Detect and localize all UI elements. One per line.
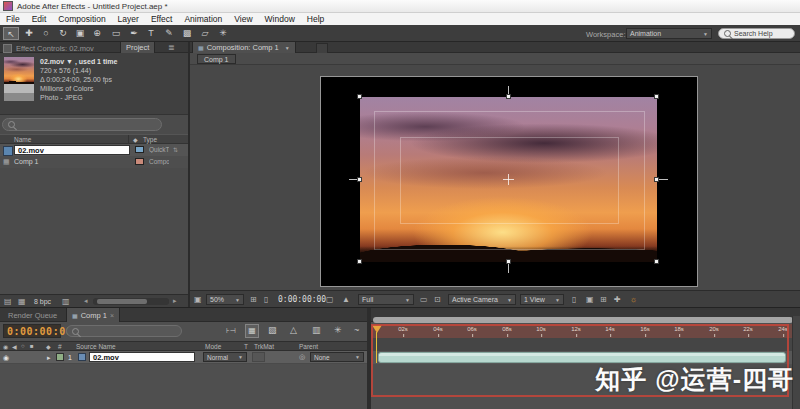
puppet-pin-tool-icon[interactable]: ✳	[215, 27, 231, 40]
grid-guides-icon[interactable]: ⊞	[250, 295, 257, 304]
menu-window[interactable]: Window	[265, 14, 295, 24]
type-column-header[interactable]: Type	[143, 136, 157, 143]
h-scrollbar-track[interactable]	[93, 298, 169, 305]
source-name-column-header[interactable]: Source Name	[76, 343, 116, 350]
label-column-icon[interactable]: ◆	[46, 343, 51, 350]
label-column-icon[interactable]: ◆	[133, 136, 138, 143]
scrollbar-left-icon[interactable]: ◂	[84, 297, 88, 305]
close-icon[interactable]: ×	[110, 312, 114, 319]
navigator-bar[interactable]	[373, 317, 793, 323]
transparency-grid-icon[interactable]: ⊡	[434, 295, 441, 304]
type-tool-icon[interactable]: T	[143, 27, 159, 40]
project-item-name[interactable]: 02.mov	[14, 145, 130, 155]
name-column-header[interactable]: Name	[14, 136, 31, 143]
flowchart-button-icon[interactable]: ✚	[614, 295, 621, 304]
camera-select[interactable]: Active Camera ▼	[448, 294, 516, 305]
fast-previews-icon[interactable]: ▣	[586, 295, 594, 304]
handle-bottom-left[interactable]	[357, 259, 362, 264]
layer-label-chip[interactable]	[56, 353, 64, 361]
live-update-icon[interactable]: ▦	[245, 324, 259, 338]
solo-column-icon[interactable]: ○	[21, 343, 25, 349]
scroll-arrows-icon[interactable]: ⇅	[173, 146, 178, 153]
handle-mid-right[interactable]	[654, 177, 659, 182]
frame-blend-icon[interactable]: ▥	[312, 326, 321, 335]
graph-editor-icon[interactable]: ~	[354, 326, 359, 335]
magnification-select[interactable]: 50% ▼	[206, 294, 244, 305]
help-search-input[interactable]: Search Help	[718, 28, 795, 39]
tab-effect-controls[interactable]: Effect Controls: 02.mov	[16, 44, 94, 53]
draft-3d-icon[interactable]: ▧	[268, 326, 277, 335]
rotation-tool-icon[interactable]: ↻	[55, 27, 71, 40]
bit-depth-label[interactable]: 8 bpc	[34, 298, 51, 305]
mask-shape-tool-icon[interactable]: ▭	[108, 27, 124, 40]
timeline-button-icon[interactable]: ⊞	[600, 295, 607, 304]
new-folder-icon[interactable]: ▦	[18, 297, 26, 306]
in-out-icon[interactable]: ⊦⊣	[226, 327, 236, 334]
brush-tool-icon[interactable]: ✎	[161, 27, 177, 40]
tab-composition[interactable]: ▦ Composition: Comp 1 ▼	[192, 42, 296, 53]
tab-timeline-comp1[interactable]: ▦ Comp 1 ×	[66, 308, 120, 322]
comp-timecode[interactable]: 0:00:00:00	[278, 295, 326, 304]
tab-render-queue[interactable]: Render Queue	[8, 311, 57, 320]
audio-column-icon[interactable]: ◀	[12, 343, 17, 350]
menu-composition[interactable]: Composition	[58, 14, 105, 24]
trash-icon[interactable]: ▥	[62, 297, 70, 306]
label-swatch[interactable]	[135, 146, 144, 153]
resolution-select[interactable]: Full ▼	[358, 294, 414, 305]
lock-column-icon[interactable]: ■	[30, 343, 34, 349]
video-column-icon[interactable]: ◉	[3, 343, 8, 350]
channel-alpha-icon[interactable]: ▲	[342, 295, 350, 304]
hand-tool-icon[interactable]: ✚	[21, 27, 37, 40]
handle-bottom-center[interactable]	[506, 259, 511, 264]
tab-project[interactable]: Project	[120, 42, 155, 53]
project-item-name[interactable]: Comp 1	[14, 158, 39, 165]
menu-help[interactable]: Help	[307, 14, 324, 24]
hide-shy-icon[interactable]: △	[290, 326, 297, 335]
parent-column-header[interactable]: Parent	[299, 343, 318, 350]
motion-blur-icon[interactable]: ✳	[334, 326, 342, 335]
pan-behind-tool-icon[interactable]: ⊕	[89, 27, 105, 40]
menu-layer[interactable]: Layer	[118, 14, 139, 24]
timeline-search-input[interactable]	[66, 325, 182, 337]
pixel-aspect-icon[interactable]: ▯	[572, 295, 576, 304]
t-column-header[interactable]: T	[244, 343, 248, 350]
comp-crumb-button[interactable]: Comp 1	[197, 54, 236, 64]
mode-select[interactable]: Normal ▼	[203, 352, 247, 362]
parent-pickwhip-icon[interactable]: ◎	[299, 353, 305, 361]
interpret-footage-icon[interactable]: ▤	[4, 297, 12, 306]
h-scrollbar-thumb[interactable]	[97, 299, 147, 304]
timeline-navigator[interactable]	[371, 316, 795, 324]
twirl-arrow-icon[interactable]: ▸	[47, 354, 51, 362]
project-row-comp1[interactable]: ▦ Comp 1 Composi	[0, 156, 188, 168]
scrollbar-right-icon[interactable]: ▸	[173, 297, 177, 305]
view-layout-select[interactable]: 1 View ▼	[520, 294, 564, 305]
menu-file[interactable]: File	[6, 14, 20, 24]
comp-viewer[interactable]	[190, 65, 800, 290]
selection-tool-icon[interactable]: ↖	[3, 27, 19, 40]
handle-top-left[interactable]	[357, 94, 362, 99]
project-row-02mov[interactable]: 02.mov QuickTime ⇅	[0, 144, 188, 156]
chevron-down-icon[interactable]: ▼	[285, 45, 290, 51]
handle-top-right[interactable]	[654, 94, 659, 99]
snapshot-icon[interactable]: ▢	[326, 295, 334, 304]
project-search-input[interactable]	[2, 118, 162, 131]
handle-bottom-right[interactable]	[654, 259, 659, 264]
workspace-select[interactable]: Animation ▼	[626, 28, 712, 39]
always-preview-icon[interactable]: ▣	[194, 295, 202, 304]
pen-tool-icon[interactable]: ✒	[126, 27, 142, 40]
roi-icon[interactable]: ▭	[420, 295, 428, 304]
exposure-icon[interactable]: ☼	[630, 295, 637, 304]
zoom-tool-icon[interactable]: ○	[38, 27, 54, 40]
mask-visibility-icon[interactable]: ▯	[264, 295, 268, 304]
mode-column-header[interactable]: Mode	[205, 343, 221, 350]
layer-name-field[interactable]: 02.mov	[89, 352, 195, 362]
timeline-timecode-box[interactable]: 0:00:00:00	[3, 324, 61, 338]
menu-edit[interactable]: Edit	[32, 14, 47, 24]
trkmat-column-header[interactable]: TrkMat	[254, 343, 274, 350]
handle-top-center[interactable]	[506, 94, 511, 99]
menu-effect[interactable]: Effect	[151, 14, 173, 24]
eye-toggle-icon[interactable]: ◉	[3, 354, 9, 362]
index-column-header[interactable]: #	[58, 343, 62, 350]
eraser-tool-icon[interactable]: ▱	[197, 27, 213, 40]
clone-stamp-tool-icon[interactable]: ▩	[179, 27, 195, 40]
